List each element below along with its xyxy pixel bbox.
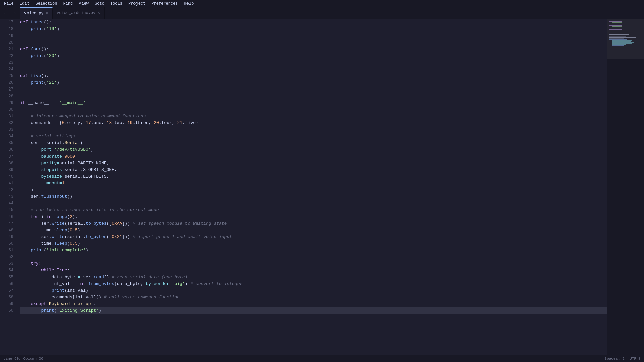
code-line: time.sleep(0.5) [20,240,607,247]
svg-rect-19 [612,50,639,50]
code-line [20,254,607,260]
code-line: for i in range(2): [20,214,607,220]
code-line: ser.write(serial.to_bytes([0xAA])) # set… [20,220,607,227]
svg-rect-12 [612,41,631,42]
nav-forward-button[interactable]: › [10,7,20,19]
code-content[interactable]: def three(): print('19') def four(): pri… [17,19,607,355]
svg-rect-22 [615,53,644,53]
menu-edit[interactable]: Edit [17,1,32,7]
line-numbers: 17 18 19 20 21 22 23 24 25 26 27 28 29 3… [0,19,17,355]
svg-rect-6 [609,34,629,35]
cursor-position: Line 60, Column 30 [3,357,43,361]
code-line [20,106,607,113]
editor: 17 18 19 20 21 22 23 24 25 26 27 28 29 3… [0,19,644,355]
code-line: print('19') [20,26,607,33]
code-line: try: [20,260,607,267]
code-line: print('20') [20,53,607,59]
code-line: time.sleep(0.5) [20,227,607,234]
code-line: # serial settings [20,133,607,140]
svg-rect-13 [612,42,634,43]
code-line [20,66,607,73]
code-line: baudrate=9600, [20,153,607,160]
menu-help[interactable]: Help [181,1,197,7]
code-line [20,126,607,133]
minimap [607,19,644,355]
svg-rect-14 [612,43,632,44]
menu-project[interactable]: Project [126,1,148,7]
code-line: timeout=1 [20,180,607,187]
code-line: print('21') [20,79,607,86]
code-line [20,86,607,93]
encoding: UTF-8 [630,357,641,361]
svg-rect-29 [615,61,631,61]
code-line [20,33,607,39]
code-line: ser.write(serial.to_bytes([0x21])) # imp… [20,234,607,240]
menu-selection[interactable]: Selection [33,1,60,7]
tab-close-icon[interactable]: × [46,11,48,16]
svg-rect-23 [615,54,634,54]
svg-rect-7 [609,36,626,37]
code-line: except KeyboardInterrupt: [20,301,607,307]
tab-voice-arduino-py[interactable]: voice_arduino.py × [53,7,105,19]
code-line: def five(): [20,73,607,79]
svg-rect-26 [612,58,624,58]
tab-voice-py[interactable]: voice.py × [20,7,53,19]
svg-rect-25 [609,57,617,57]
code-line [20,39,607,46]
tabbar: ‹ › voice.py × voice_arduino.py × [0,7,644,19]
code-line: # run twice to make sure it's in the cor… [20,207,607,214]
svg-rect-1 [612,22,622,23]
indent-type: Spaces: 2 [605,357,625,361]
svg-rect-10 [609,39,627,40]
svg-rect-16 [612,45,624,46]
menu-find[interactable]: Find [60,1,75,7]
nav-back-button[interactable]: ‹ [0,7,10,19]
code-line: while True: [20,267,607,274]
svg-rect-28 [615,60,644,60]
code-line: stopbits=serial.STOPBITS_ONE, [20,167,607,173]
tab-close-icon[interactable]: × [97,11,100,15]
svg-rect-11 [612,40,632,41]
code-line: port='/dev/ttyUSB0', [20,146,607,153]
svg-rect-8 [609,37,636,38]
svg-rect-4 [609,29,622,30]
code-line [20,200,607,207]
svg-rect-32 [615,64,634,64]
code-line-active: print('Exiting Script') [20,307,607,314]
menu-view[interactable]: View [76,1,91,7]
svg-rect-18 [609,49,627,49]
code-line: commands[int_val]() # call voice command… [20,294,607,301]
menubar: File Edit Selection Find View Goto Tools… [0,0,644,7]
tab-label: voice_arduino.py [57,11,95,15]
svg-rect-30 [615,62,641,62]
code-line: int_val = int.from_bytes(data_byte, byte… [20,281,607,287]
menu-preferences[interactable]: Preferences [149,1,180,7]
svg-rect-5 [612,31,622,31]
svg-rect-2 [609,25,622,26]
code-line: # integers mapped to voice command funct… [20,113,607,120]
menu-file[interactable]: File [1,1,16,7]
code-line [20,59,607,66]
svg-rect-0 [609,21,622,22]
menu-goto[interactable]: Goto [92,1,107,7]
menu-tools[interactable]: Tools [108,1,125,7]
tab-label: voice.py [24,11,44,16]
code-line: def four(): [20,46,607,53]
main-area: 17 18 19 20 21 22 23 24 25 26 27 28 29 3… [0,19,644,355]
statusbar: Line 60, Column 30 Spaces: 2 UTF-8 [0,355,644,362]
svg-rect-31 [612,63,632,63]
statusbar-right: Spaces: 2 UTF-8 [605,357,641,361]
svg-rect-20 [615,51,639,51]
statusbar-left: Line 60, Column 30 [3,357,43,361]
svg-rect-9 [609,38,624,39]
svg-rect-24 [612,55,632,55]
code-line: ) [20,187,607,193]
code-line: if __name__ == '__main__': [20,100,607,106]
svg-rect-21 [615,52,641,52]
svg-rect-3 [612,26,622,27]
code-line: ser.flushInput() [20,193,607,200]
svg-rect-15 [612,44,626,45]
code-line: parity=serial.PARITY_NONE, [20,160,607,167]
svg-rect-27 [615,59,641,59]
code-line: def three(): [20,19,607,26]
